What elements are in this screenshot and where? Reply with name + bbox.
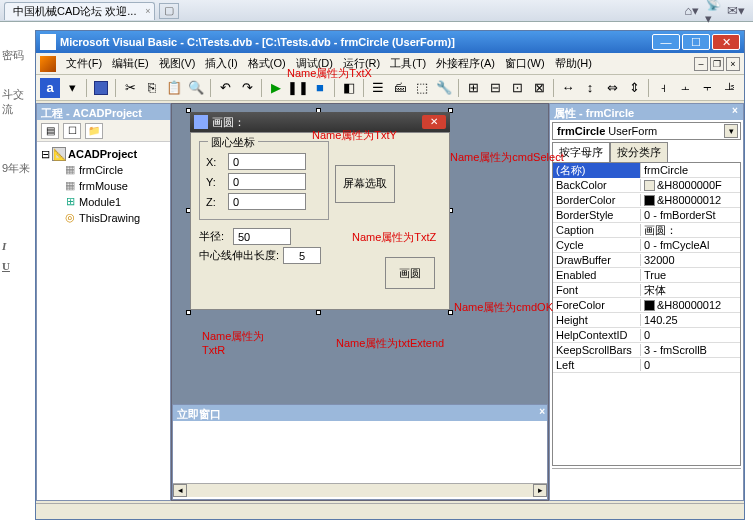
redo-icon[interactable]: ↷ xyxy=(237,78,257,98)
button-cmdok[interactable]: 画圆 xyxy=(385,257,435,289)
tab-close-icon[interactable]: × xyxy=(145,6,150,16)
property-row[interactable]: BorderColor&H80000012 xyxy=(553,193,740,208)
toolbar-acad-icon[interactable]: a xyxy=(40,78,60,98)
menu-tools[interactable]: 工具(T) xyxy=(386,54,430,73)
new-tab-button[interactable]: ▢ xyxy=(159,3,179,19)
maximize-button[interactable]: ☐ xyxy=(682,34,710,50)
properties-grid[interactable]: (名称)frmCircleBackColor&H8000000FBorderCo… xyxy=(552,163,741,466)
property-row[interactable]: Font宋体 xyxy=(553,283,740,298)
scroll-right-icon[interactable]: ▸ xyxy=(533,484,547,497)
property-row[interactable]: Caption画圆： xyxy=(553,223,740,238)
form-titlebar[interactable]: 画圆： ✕ xyxy=(190,112,450,132)
tb-icon-f[interactable]: ↕ xyxy=(580,78,600,98)
home-icon[interactable]: ⌂▾ xyxy=(683,2,701,20)
tb-icon-h[interactable]: ⇕ xyxy=(624,78,644,98)
menu-edit[interactable]: 编辑(E) xyxy=(108,54,153,73)
property-value[interactable]: True xyxy=(641,269,740,281)
property-value[interactable]: &H8000000F xyxy=(641,179,740,191)
property-row[interactable]: BorderStyle0 - fmBorderSt xyxy=(553,208,740,223)
property-value[interactable]: 画圆： xyxy=(641,223,740,238)
button-cmdselect[interactable]: 屏幕选取 xyxy=(335,165,395,203)
tab-alphabetic[interactable]: 按字母序 xyxy=(552,142,610,162)
copy-icon[interactable]: ⎘ xyxy=(142,78,162,98)
break-icon[interactable]: ❚❚ xyxy=(288,78,308,98)
property-value[interactable]: 宋体 xyxy=(641,283,740,298)
userform-frmcircle[interactable]: 画圆： ✕ 圆心坐标 X: Y: xyxy=(190,112,450,310)
tb-icon-b[interactable]: ⊟ xyxy=(485,78,505,98)
input-txtz[interactable] xyxy=(228,193,306,210)
tab-categorized[interactable]: 按分类序 xyxy=(610,142,668,162)
property-value[interactable]: 0 - fmBorderSt xyxy=(641,209,740,221)
run-icon[interactable]: ▶ xyxy=(266,78,286,98)
menu-addins[interactable]: 外接程序(A) xyxy=(432,54,499,73)
form-close-icon[interactable]: ✕ xyxy=(422,115,446,129)
close-button[interactable]: ✕ xyxy=(712,34,740,50)
chevron-down-icon[interactable]: ▾ xyxy=(724,124,738,138)
object-selector[interactable]: frmCircle UserForm ▾ xyxy=(552,122,741,140)
property-value[interactable]: 32000 xyxy=(641,254,740,266)
find-icon[interactable]: 🔍 xyxy=(186,78,206,98)
tree-item-module1[interactable]: ⊞ Module1 xyxy=(41,194,166,210)
input-txtextend[interactable] xyxy=(283,247,321,264)
view-code-icon[interactable]: ▤ xyxy=(41,123,59,139)
paste-icon[interactable]: 📋 xyxy=(164,78,184,98)
save-icon[interactable] xyxy=(91,78,111,98)
property-value[interactable]: 0 xyxy=(641,329,740,341)
immediate-body[interactable] xyxy=(173,421,547,483)
property-value[interactable]: 3 - fmScrollB xyxy=(641,344,740,356)
menu-window[interactable]: 窗口(W) xyxy=(501,54,549,73)
input-txtr[interactable] xyxy=(233,228,291,245)
input-txty[interactable] xyxy=(228,173,306,190)
minimize-button[interactable]: — xyxy=(652,34,680,50)
scroll-left-icon[interactable]: ◂ xyxy=(173,484,187,497)
tree-root[interactable]: ⊟📐 ACADProject xyxy=(41,146,166,162)
property-value[interactable]: 0 - fmCycleAl xyxy=(641,239,740,251)
toolbox-icon[interactable]: 🔧 xyxy=(434,78,454,98)
reset-icon[interactable]: ■ xyxy=(310,78,330,98)
property-row[interactable]: BackColor&H8000000F xyxy=(553,178,740,193)
properties-close-icon[interactable]: × xyxy=(729,105,741,117)
tb-icon-d[interactable]: ⊠ xyxy=(529,78,549,98)
menu-debug[interactable]: 调试(D) xyxy=(292,54,337,73)
menu-help[interactable]: 帮助(H) xyxy=(551,54,596,73)
tb-icon-j[interactable]: ⫠ xyxy=(675,78,695,98)
titlebar[interactable]: Microsoft Visual Basic - C:\Tests.dvb - … xyxy=(36,31,744,53)
tb-icon-c[interactable]: ⊡ xyxy=(507,78,527,98)
project-tree[interactable]: ⊟📐 ACADProject ▦ frmCircle ▦ frmMouse ⊞ … xyxy=(37,142,170,230)
feed-icon[interactable]: 📡▾ xyxy=(705,2,723,20)
tree-item-thisdrawing[interactable]: ◎ ThisDrawing xyxy=(41,210,166,226)
property-row[interactable]: Left0 xyxy=(553,358,740,373)
mdi-close-button[interactable]: × xyxy=(726,57,740,71)
mail-icon[interactable]: ✉▾ xyxy=(727,2,745,20)
tb-icon-l[interactable]: ⫡ xyxy=(719,78,739,98)
tree-item-frmmouse[interactable]: ▦ frmMouse xyxy=(41,178,166,194)
immediate-scrollbar[interactable]: ◂ ▸ xyxy=(173,483,547,497)
menu-insert[interactable]: 插入(I) xyxy=(201,54,241,73)
property-value[interactable]: &H80000012 xyxy=(641,194,740,206)
menu-run[interactable]: 运行(R) xyxy=(339,54,384,73)
tb-icon-k[interactable]: ⫟ xyxy=(697,78,717,98)
properties-icon[interactable]: 🖮 xyxy=(390,78,410,98)
undo-icon[interactable]: ↶ xyxy=(215,78,235,98)
property-row[interactable]: EnabledTrue xyxy=(553,268,740,283)
mdi-min-button[interactable]: – xyxy=(694,57,708,71)
form-designer[interactable]: 画圆： ✕ 圆心坐标 X: Y: xyxy=(171,103,549,501)
object-browser-icon[interactable]: ⬚ xyxy=(412,78,432,98)
menu-view[interactable]: 视图(V) xyxy=(155,54,200,73)
property-value[interactable]: &H80000012 xyxy=(641,299,740,311)
tb-icon-a[interactable]: ⊞ xyxy=(463,78,483,98)
property-value[interactable]: 0 xyxy=(641,359,740,371)
property-row[interactable]: Height140.25 xyxy=(553,313,740,328)
tb-icon-g[interactable]: ⇔ xyxy=(602,78,622,98)
cut-icon[interactable]: ✂ xyxy=(120,78,140,98)
property-row[interactable]: HelpContextID0 xyxy=(553,328,740,343)
design-mode-icon[interactable]: ◧ xyxy=(339,78,359,98)
property-row[interactable]: (名称)frmCircle xyxy=(553,163,740,178)
properties-title[interactable]: 属性 - frmCircle × xyxy=(550,104,743,120)
menu-file[interactable]: 文件(F) xyxy=(62,54,106,73)
immediate-close-icon[interactable]: × xyxy=(539,406,545,417)
project-panel-title[interactable]: 工程 - ACADProject xyxy=(37,104,170,120)
mdi-restore-button[interactable]: ❐ xyxy=(710,57,724,71)
toolbar-dropdown-icon[interactable]: ▾ xyxy=(62,78,82,98)
tb-icon-i[interactable]: ⫞ xyxy=(653,78,673,98)
